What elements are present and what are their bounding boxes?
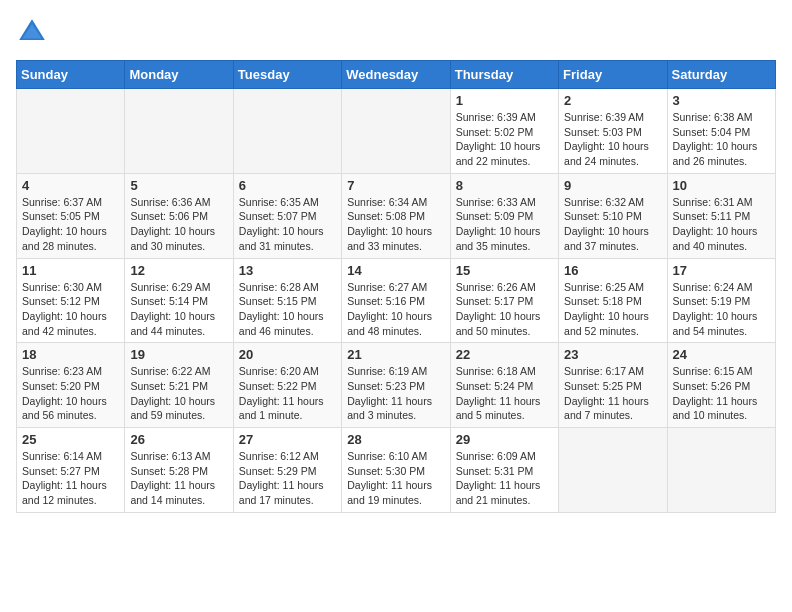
- calendar-cell: [233, 89, 341, 174]
- cell-content: Sunrise: 6:37 AM Sunset: 5:05 PM Dayligh…: [22, 195, 119, 254]
- cell-content: Sunrise: 6:09 AM Sunset: 5:31 PM Dayligh…: [456, 449, 553, 508]
- day-number: 18: [22, 347, 119, 362]
- calendar-cell: 12Sunrise: 6:29 AM Sunset: 5:14 PM Dayli…: [125, 258, 233, 343]
- calendar-cell: 24Sunrise: 6:15 AM Sunset: 5:26 PM Dayli…: [667, 343, 775, 428]
- cell-content: Sunrise: 6:15 AM Sunset: 5:26 PM Dayligh…: [673, 364, 770, 423]
- cell-content: Sunrise: 6:31 AM Sunset: 5:11 PM Dayligh…: [673, 195, 770, 254]
- calendar-cell: 16Sunrise: 6:25 AM Sunset: 5:18 PM Dayli…: [559, 258, 667, 343]
- day-number: 21: [347, 347, 444, 362]
- day-number: 28: [347, 432, 444, 447]
- cell-content: Sunrise: 6:27 AM Sunset: 5:16 PM Dayligh…: [347, 280, 444, 339]
- day-number: 25: [22, 432, 119, 447]
- page-header: [16, 16, 776, 48]
- weekday-header-thursday: Thursday: [450, 61, 558, 89]
- day-number: 6: [239, 178, 336, 193]
- calendar-cell: 9Sunrise: 6:32 AM Sunset: 5:10 PM Daylig…: [559, 173, 667, 258]
- cell-content: Sunrise: 6:39 AM Sunset: 5:02 PM Dayligh…: [456, 110, 553, 169]
- calendar-cell: 11Sunrise: 6:30 AM Sunset: 5:12 PM Dayli…: [17, 258, 125, 343]
- day-number: 1: [456, 93, 553, 108]
- calendar-week-row: 1Sunrise: 6:39 AM Sunset: 5:02 PM Daylig…: [17, 89, 776, 174]
- day-number: 2: [564, 93, 661, 108]
- calendar-cell: 7Sunrise: 6:34 AM Sunset: 5:08 PM Daylig…: [342, 173, 450, 258]
- logo-icon: [16, 16, 48, 48]
- cell-content: Sunrise: 6:30 AM Sunset: 5:12 PM Dayligh…: [22, 280, 119, 339]
- calendar-cell: 28Sunrise: 6:10 AM Sunset: 5:30 PM Dayli…: [342, 428, 450, 513]
- weekday-header-wednesday: Wednesday: [342, 61, 450, 89]
- cell-content: Sunrise: 6:10 AM Sunset: 5:30 PM Dayligh…: [347, 449, 444, 508]
- cell-content: Sunrise: 6:28 AM Sunset: 5:15 PM Dayligh…: [239, 280, 336, 339]
- calendar-cell: 2Sunrise: 6:39 AM Sunset: 5:03 PM Daylig…: [559, 89, 667, 174]
- day-number: 22: [456, 347, 553, 362]
- cell-content: Sunrise: 6:17 AM Sunset: 5:25 PM Dayligh…: [564, 364, 661, 423]
- cell-content: Sunrise: 6:38 AM Sunset: 5:04 PM Dayligh…: [673, 110, 770, 169]
- calendar-cell: 17Sunrise: 6:24 AM Sunset: 5:19 PM Dayli…: [667, 258, 775, 343]
- calendar-cell: 25Sunrise: 6:14 AM Sunset: 5:27 PM Dayli…: [17, 428, 125, 513]
- day-number: 15: [456, 263, 553, 278]
- cell-content: Sunrise: 6:24 AM Sunset: 5:19 PM Dayligh…: [673, 280, 770, 339]
- cell-content: Sunrise: 6:33 AM Sunset: 5:09 PM Dayligh…: [456, 195, 553, 254]
- cell-content: Sunrise: 6:20 AM Sunset: 5:22 PM Dayligh…: [239, 364, 336, 423]
- calendar-cell: 6Sunrise: 6:35 AM Sunset: 5:07 PM Daylig…: [233, 173, 341, 258]
- calendar-week-row: 25Sunrise: 6:14 AM Sunset: 5:27 PM Dayli…: [17, 428, 776, 513]
- day-number: 27: [239, 432, 336, 447]
- calendar-cell: 19Sunrise: 6:22 AM Sunset: 5:21 PM Dayli…: [125, 343, 233, 428]
- day-number: 23: [564, 347, 661, 362]
- calendar-cell: 3Sunrise: 6:38 AM Sunset: 5:04 PM Daylig…: [667, 89, 775, 174]
- calendar-week-row: 4Sunrise: 6:37 AM Sunset: 5:05 PM Daylig…: [17, 173, 776, 258]
- day-number: 16: [564, 263, 661, 278]
- calendar-week-row: 11Sunrise: 6:30 AM Sunset: 5:12 PM Dayli…: [17, 258, 776, 343]
- calendar-cell: 18Sunrise: 6:23 AM Sunset: 5:20 PM Dayli…: [17, 343, 125, 428]
- calendar-cell: 21Sunrise: 6:19 AM Sunset: 5:23 PM Dayli…: [342, 343, 450, 428]
- day-number: 14: [347, 263, 444, 278]
- cell-content: Sunrise: 6:12 AM Sunset: 5:29 PM Dayligh…: [239, 449, 336, 508]
- cell-content: Sunrise: 6:13 AM Sunset: 5:28 PM Dayligh…: [130, 449, 227, 508]
- calendar-cell: [667, 428, 775, 513]
- day-number: 17: [673, 263, 770, 278]
- day-number: 24: [673, 347, 770, 362]
- day-number: 3: [673, 93, 770, 108]
- calendar-cell: 10Sunrise: 6:31 AM Sunset: 5:11 PM Dayli…: [667, 173, 775, 258]
- calendar-table: SundayMondayTuesdayWednesdayThursdayFrid…: [16, 60, 776, 513]
- calendar-cell: 8Sunrise: 6:33 AM Sunset: 5:09 PM Daylig…: [450, 173, 558, 258]
- calendar-week-row: 18Sunrise: 6:23 AM Sunset: 5:20 PM Dayli…: [17, 343, 776, 428]
- calendar-cell: 14Sunrise: 6:27 AM Sunset: 5:16 PM Dayli…: [342, 258, 450, 343]
- calendar-cell: 20Sunrise: 6:20 AM Sunset: 5:22 PM Dayli…: [233, 343, 341, 428]
- cell-content: Sunrise: 6:14 AM Sunset: 5:27 PM Dayligh…: [22, 449, 119, 508]
- calendar-cell: 4Sunrise: 6:37 AM Sunset: 5:05 PM Daylig…: [17, 173, 125, 258]
- day-number: 5: [130, 178, 227, 193]
- cell-content: Sunrise: 6:32 AM Sunset: 5:10 PM Dayligh…: [564, 195, 661, 254]
- cell-content: Sunrise: 6:36 AM Sunset: 5:06 PM Dayligh…: [130, 195, 227, 254]
- logo: [16, 16, 52, 48]
- day-number: 19: [130, 347, 227, 362]
- calendar-cell: 27Sunrise: 6:12 AM Sunset: 5:29 PM Dayli…: [233, 428, 341, 513]
- calendar-cell: 13Sunrise: 6:28 AM Sunset: 5:15 PM Dayli…: [233, 258, 341, 343]
- day-number: 9: [564, 178, 661, 193]
- day-number: 12: [130, 263, 227, 278]
- day-number: 20: [239, 347, 336, 362]
- cell-content: Sunrise: 6:23 AM Sunset: 5:20 PM Dayligh…: [22, 364, 119, 423]
- cell-content: Sunrise: 6:18 AM Sunset: 5:24 PM Dayligh…: [456, 364, 553, 423]
- calendar-cell: [342, 89, 450, 174]
- day-number: 8: [456, 178, 553, 193]
- cell-content: Sunrise: 6:19 AM Sunset: 5:23 PM Dayligh…: [347, 364, 444, 423]
- calendar-cell: 23Sunrise: 6:17 AM Sunset: 5:25 PM Dayli…: [559, 343, 667, 428]
- weekday-header-saturday: Saturday: [667, 61, 775, 89]
- calendar-cell: 5Sunrise: 6:36 AM Sunset: 5:06 PM Daylig…: [125, 173, 233, 258]
- calendar-cell: 1Sunrise: 6:39 AM Sunset: 5:02 PM Daylig…: [450, 89, 558, 174]
- calendar-cell: 15Sunrise: 6:26 AM Sunset: 5:17 PM Dayli…: [450, 258, 558, 343]
- day-number: 7: [347, 178, 444, 193]
- calendar-cell: 29Sunrise: 6:09 AM Sunset: 5:31 PM Dayli…: [450, 428, 558, 513]
- cell-content: Sunrise: 6:25 AM Sunset: 5:18 PM Dayligh…: [564, 280, 661, 339]
- calendar-cell: [559, 428, 667, 513]
- cell-content: Sunrise: 6:39 AM Sunset: 5:03 PM Dayligh…: [564, 110, 661, 169]
- calendar-cell: 22Sunrise: 6:18 AM Sunset: 5:24 PM Dayli…: [450, 343, 558, 428]
- day-number: 26: [130, 432, 227, 447]
- cell-content: Sunrise: 6:29 AM Sunset: 5:14 PM Dayligh…: [130, 280, 227, 339]
- cell-content: Sunrise: 6:26 AM Sunset: 5:17 PM Dayligh…: [456, 280, 553, 339]
- calendar-cell: [17, 89, 125, 174]
- cell-content: Sunrise: 6:34 AM Sunset: 5:08 PM Dayligh…: [347, 195, 444, 254]
- day-number: 10: [673, 178, 770, 193]
- weekday-header-sunday: Sunday: [17, 61, 125, 89]
- weekday-header-monday: Monday: [125, 61, 233, 89]
- calendar-header-row: SundayMondayTuesdayWednesdayThursdayFrid…: [17, 61, 776, 89]
